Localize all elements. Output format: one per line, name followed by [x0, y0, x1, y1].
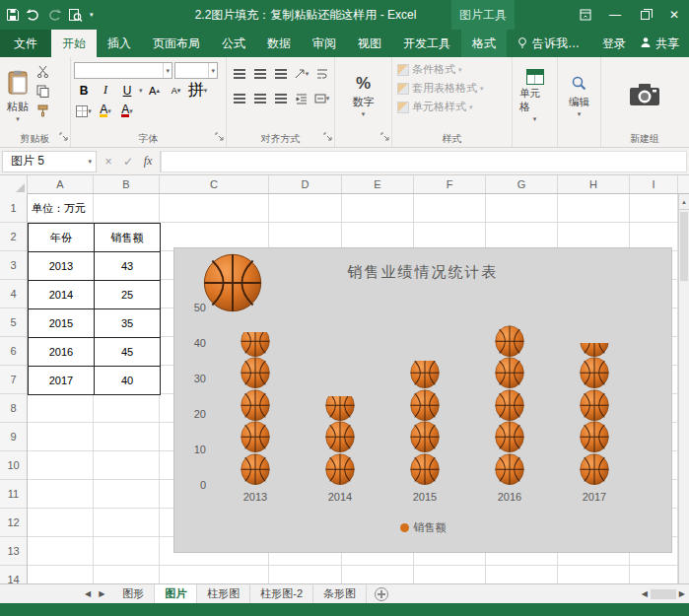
column-header-D[interactable]: D [269, 175, 342, 193]
row-header-12[interactable]: 12 [0, 509, 27, 537]
data-point-stack[interactable] [410, 361, 440, 485]
data-point-stack[interactable] [580, 343, 609, 485]
column-header-F[interactable]: F [414, 175, 486, 193]
formula-input[interactable] [161, 151, 687, 172]
name-box[interactable]: 图片 5 ▾ [2, 151, 97, 172]
scroll-right-icon[interactable]: ▶ [679, 589, 685, 598]
tab-formulas[interactable]: 公式 [211, 30, 256, 57]
data-point-stack[interactable] [241, 332, 270, 485]
enter-icon[interactable]: ✓ [118, 155, 138, 169]
table-header[interactable]: 年份 [29, 224, 95, 252]
tab-file[interactable]: 文件 [0, 30, 51, 57]
font-dialog-launcher[interactable] [215, 127, 224, 145]
print-preview-icon[interactable] [68, 8, 83, 23]
row-header-3[interactable]: 3 [0, 251, 27, 280]
ribbon-display-options-icon[interactable] [571, 0, 600, 30]
column-header-A[interactable]: A [28, 175, 94, 193]
sheet-tab-4[interactable]: 条形图 [313, 584, 367, 603]
row-header-7[interactable]: 7 [0, 366, 27, 394]
tab-page-layout[interactable]: 页面布局 [142, 30, 211, 57]
minimize-button[interactable]: — [600, 0, 630, 30]
table-cell[interactable]: 2017 [29, 367, 95, 395]
table-header[interactable]: 销售额 [95, 224, 161, 252]
align-bottom-icon[interactable] [271, 64, 290, 83]
format-painter-icon[interactable] [33, 102, 52, 120]
align-middle-icon[interactable] [250, 64, 269, 83]
row-header-10[interactable]: 10 [0, 451, 27, 480]
row-header-6[interactable]: 6 [0, 337, 27, 366]
clipboard-dialog-launcher[interactable] [59, 127, 68, 145]
tab-data[interactable]: 数据 [256, 30, 302, 57]
vertical-scrollbar[interactable]: ▲ [678, 194, 689, 583]
number-dialog-launcher[interactable] [380, 127, 389, 145]
table-cell[interactable]: 2013 [29, 252, 95, 281]
cell-grid[interactable]: 单位：万元 年份 销售额 2013 43 2014 25 2015 35 201… [28, 194, 689, 583]
alignment-dialog-launcher[interactable] [323, 127, 332, 145]
align-right-icon[interactable] [271, 89, 290, 107]
conditional-formatting-button[interactable]: 条件格式▾ [395, 60, 509, 79]
horizontal-scroll-thumb[interactable] [651, 589, 676, 599]
font-name-combo[interactable]: ▾ [74, 62, 172, 79]
redo-icon[interactable] [47, 8, 61, 22]
sheet-nav-left-icon[interactable]: ◀ [85, 589, 91, 598]
qat-customize-icon[interactable]: ▾ [90, 12, 94, 18]
number-format-button[interactable]: % 数字 ▾ [338, 60, 388, 131]
indent-icon[interactable] [292, 89, 310, 107]
decrease-font-icon[interactable]: A▾ [167, 81, 186, 100]
table-cell[interactable]: 40 [95, 367, 161, 395]
new-sheet-icon[interactable] [375, 587, 388, 601]
orientation-icon[interactable]: ▾ [292, 64, 310, 83]
save-icon[interactable] [6, 8, 20, 22]
cell-a1[interactable]: 单位：万元 [32, 194, 86, 223]
tab-insert[interactable]: 插入 [97, 30, 142, 57]
share-button[interactable]: 共享 [636, 35, 689, 52]
row-header-4[interactable]: 4 [0, 280, 27, 308]
chart[interactable]: 销售业绩情况统计表 销售额 01020304050201320142015201… [173, 247, 672, 553]
align-left-icon[interactable] [230, 89, 248, 107]
table-cell[interactable]: 25 [95, 281, 161, 309]
cut-icon[interactable] [33, 62, 52, 81]
table-cell[interactable]: 35 [95, 309, 161, 338]
sheet-tab-3[interactable]: 柱形图-2 [250, 584, 313, 603]
underline-dropdown[interactable]: ▾ [139, 88, 143, 94]
tell-me-box[interactable]: 告诉我… [507, 30, 589, 57]
align-top-icon[interactable] [230, 64, 248, 83]
vertical-scroll-thumb[interactable] [680, 212, 688, 281]
borders-icon[interactable]: ▾ [74, 102, 94, 120]
column-header-I[interactable]: I [630, 175, 678, 193]
close-button[interactable]: ✕ [659, 0, 689, 30]
select-all-button[interactable] [0, 175, 28, 194]
column-header-G[interactable]: G [486, 175, 558, 193]
scroll-left-icon[interactable]: ◀ [642, 589, 648, 598]
column-header-E[interactable]: E [342, 175, 414, 193]
row-header-8[interactable]: 8 [0, 394, 27, 423]
name-box-dropdown[interactable]: ▾ [84, 159, 96, 165]
sheet-tab-2[interactable]: 柱形图 [197, 584, 250, 603]
cells-button[interactable]: 单元格 ▾ [516, 60, 554, 131]
table-cell[interactable]: 2015 [29, 309, 95, 338]
sign-in-button[interactable]: 登录 [592, 35, 636, 52]
italic-button[interactable]: I [96, 81, 115, 100]
copy-icon[interactable] [33, 82, 52, 101]
row-header-14[interactable]: 14 [0, 566, 27, 583]
font-color-icon[interactable]: A▾ [117, 102, 137, 120]
paste-button[interactable]: 粘贴 ▾ [3, 60, 33, 131]
increase-font-icon[interactable]: A▴ [145, 81, 165, 100]
horizontal-scrollbar[interactable]: ◀ ▶ [642, 584, 689, 603]
column-header-C[interactable]: C [160, 175, 269, 193]
column-header-B[interactable]: B [94, 175, 160, 193]
restore-button[interactable] [630, 0, 659, 30]
tab-home[interactable]: 开始 [51, 30, 97, 57]
tab-view[interactable]: 视图 [347, 30, 392, 57]
sheet-nav-right-icon[interactable]: ▶ [99, 589, 104, 598]
data-point-stack[interactable] [495, 325, 524, 485]
align-center-icon[interactable] [250, 89, 269, 107]
bold-button[interactable]: B [74, 81, 94, 100]
data-point-stack[interactable] [325, 396, 355, 485]
column-header-H[interactable]: H [558, 175, 630, 193]
tab-developer[interactable]: 开发工具 [392, 30, 461, 57]
basketball-picture[interactable] [203, 253, 262, 312]
row-header-11[interactable]: 11 [0, 480, 27, 509]
scroll-up-icon[interactable]: ▲ [679, 194, 689, 210]
row-header-1[interactable]: 1 [0, 194, 27, 223]
